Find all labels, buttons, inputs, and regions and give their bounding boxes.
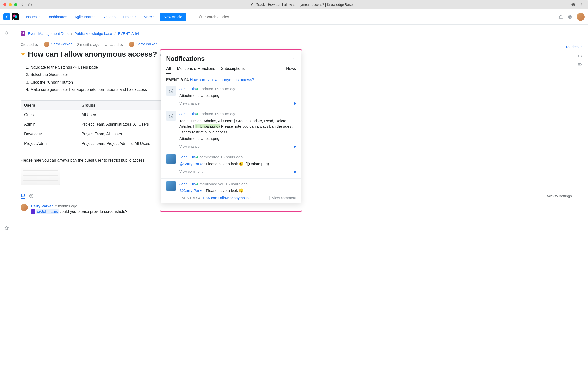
back-icon[interactable]	[20, 2, 25, 7]
history-tab-icon[interactable]	[29, 193, 34, 199]
svg-point-16	[295, 58, 296, 59]
tab-subscriptions[interactable]: Subscriptions	[221, 66, 244, 74]
svg-text:YT: YT	[13, 18, 16, 20]
window-min-dot[interactable]	[9, 3, 12, 6]
article-meta: Created by Carry Parker 2 months ago Upd…	[20, 42, 575, 47]
view-comment-link[interactable]: View comment	[179, 169, 296, 174]
svg-point-1	[582, 4, 582, 5]
created-by-label: Created by	[20, 42, 38, 46]
avatar-icon	[166, 181, 176, 191]
nav-more[interactable]: More	[144, 15, 155, 19]
notifications-panel: Notifications All Mentions & Reactions S…	[161, 50, 301, 203]
article-side-tools	[578, 54, 582, 68]
article-title: How can I allow anonymous access?	[28, 50, 157, 58]
extension-icon[interactable]	[570, 2, 576, 7]
list-item: Make sure guest user has appropriate per…	[30, 86, 575, 93]
reload-icon[interactable]	[28, 2, 33, 7]
readers-link[interactable]: readers	[566, 44, 582, 49]
updated-by-name[interactable]: Carry Parker	[136, 42, 156, 46]
nav-issues[interactable]: Issues	[26, 15, 40, 19]
collapse-icon[interactable]	[578, 62, 582, 68]
sidebar-search-icon[interactable]	[4, 31, 9, 35]
project-badge-icon: YP	[20, 31, 26, 36]
nav-agile[interactable]: Agile Boards	[74, 15, 95, 19]
window-titlebar: YouTrack - How can I allow anonymous acc…	[0, 0, 588, 9]
notification-item[interactable]: John Luisupdated 16 hours ago Attachment…	[161, 84, 301, 108]
notification-group-header: EVENT-A-94 How can I allow anonymous acc…	[161, 74, 301, 84]
svg-point-15	[293, 58, 294, 59]
group-title-link[interactable]: How can I allow anonymous access?	[190, 78, 254, 82]
search-box[interactable]	[198, 13, 256, 20]
history-icon	[166, 86, 176, 96]
breadcrumb: YP Event Management Dept / Public knowle…	[20, 31, 575, 36]
history-icon	[166, 111, 176, 121]
updated-by-label: Updated by	[104, 42, 124, 46]
notification-item[interactable]: John Luismentioned you 16 hours ago @Car…	[161, 178, 301, 203]
left-sidebar	[0, 24, 13, 235]
feather-icon	[4, 14, 10, 20]
comments-tab-icon[interactable]	[20, 193, 26, 199]
avatar-icon	[20, 204, 28, 211]
user-avatar[interactable]	[577, 13, 584, 21]
search-input[interactable]	[198, 13, 256, 20]
kebab-icon[interactable]	[579, 2, 584, 7]
gear-icon[interactable]	[568, 14, 572, 19]
tab-all[interactable]: All	[166, 66, 171, 74]
search-icon	[199, 15, 202, 19]
mention[interactable]: @John Luis	[36, 209, 58, 214]
panel-more-icon[interactable]	[291, 56, 296, 61]
comment-time: 2 months ago	[55, 204, 77, 208]
list-item: Select the Guest user	[30, 71, 575, 78]
notification-item[interactable]: John Luisupdated 16 hours ago Team, Proj…	[161, 108, 301, 152]
app-topbar: YT Issues Dashboards Agile Boards Report…	[0, 9, 588, 24]
app-logo[interactable]: YT	[4, 14, 18, 20]
breadcrumb-id[interactable]: EVENT-A-94	[118, 31, 139, 36]
svg-point-0	[582, 3, 582, 4]
unread-dot-icon	[294, 171, 296, 173]
online-dot-icon	[196, 88, 198, 90]
comment-item: Carry Parker 2 months ago @John Luis cou…	[20, 204, 575, 214]
new-article-button[interactable]: New Article	[160, 13, 186, 21]
online-dot-icon	[196, 113, 198, 115]
notifications-title: Notifications	[166, 55, 204, 62]
list-item: Click the "Unban" button	[30, 79, 575, 86]
created-by-name[interactable]: Carry Parker	[51, 42, 72, 46]
nav-reports[interactable]: Reports	[103, 15, 116, 19]
comment-author[interactable]: Carry Parker	[31, 204, 53, 208]
window-max-dot[interactable]	[14, 3, 17, 6]
star-icon[interactable]: ★	[20, 51, 26, 57]
svg-marker-8	[568, 15, 571, 18]
emoji-icon: 🙂	[239, 161, 244, 166]
bell-icon[interactable]	[558, 14, 563, 19]
view-change-link[interactable]: View change	[179, 144, 296, 150]
svg-point-7	[200, 16, 202, 18]
activity-settings-link[interactable]: Activity settings	[546, 194, 575, 198]
code-icon[interactable]	[578, 54, 582, 59]
created-time: 2 months ago	[77, 42, 99, 46]
mention-badge-icon	[31, 210, 35, 214]
view-change-link[interactable]: View change	[179, 101, 296, 106]
steps-list: Navigate to the Settings -> Users page S…	[30, 64, 575, 94]
view-comment-link[interactable]: View comment	[272, 196, 296, 200]
tab-mentions[interactable]: Mentions & Reactions	[177, 66, 215, 74]
nav-dashboards[interactable]: Dashboards	[47, 15, 67, 19]
breadcrumb-kb[interactable]: Public knowledge base	[74, 31, 112, 36]
pin-icon[interactable]	[4, 226, 9, 230]
list-item: Navigate to the Settings -> Users page	[30, 64, 575, 71]
image-thumbnail[interactable]	[20, 166, 60, 185]
nav-projects[interactable]: Projects	[123, 15, 136, 19]
avatar-icon	[44, 42, 49, 47]
avatar-icon	[129, 42, 134, 47]
breadcrumb-project[interactable]: Event Management Dept	[28, 31, 68, 36]
tab-news[interactable]: News	[286, 66, 296, 74]
svg-point-10	[5, 32, 8, 34]
comment-text: @John Luis could you please provide scre…	[31, 210, 128, 214]
youtrack-logo-icon: YT	[12, 14, 18, 20]
avatar-icon	[166, 154, 176, 164]
table-header: Users	[21, 100, 78, 110]
svg-point-14	[292, 58, 292, 59]
svg-point-9	[570, 16, 570, 18]
notification-item[interactable]: John Luiscommented 16 hours ago @Carry P…	[161, 152, 301, 177]
window-close-dot[interactable]	[4, 3, 6, 6]
online-dot-icon	[196, 156, 198, 158]
